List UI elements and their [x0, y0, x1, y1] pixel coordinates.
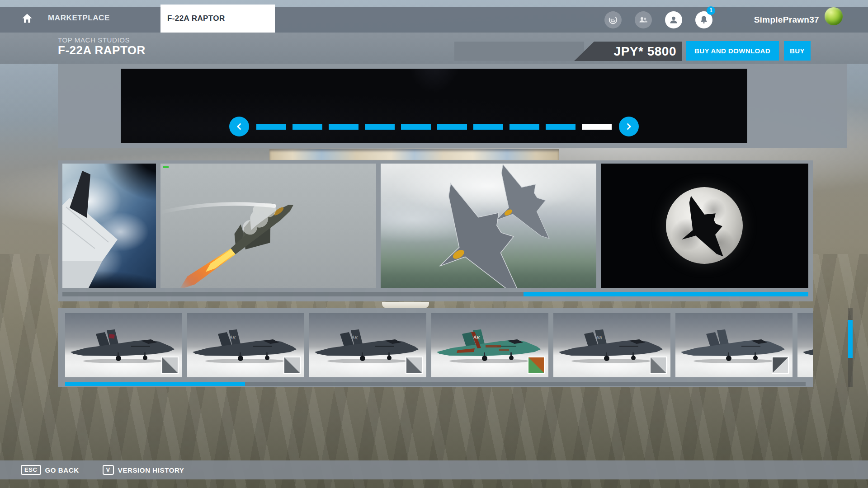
- livery-color-swatch: [528, 357, 545, 374]
- carousel-page-dash-5[interactable]: [401, 124, 431, 130]
- version-history-label: VERSION HISTORY: [118, 466, 184, 474]
- carousel-page-dash-2[interactable]: [292, 124, 322, 130]
- home-tab[interactable]: [21, 12, 33, 25]
- screenshot-gallery-panel: [58, 160, 813, 301]
- carousel-page-dash-6[interactable]: [437, 124, 467, 130]
- carousel-page-dash-4[interactable]: [365, 124, 395, 130]
- livery-strip: WAAKAKAK: [58, 308, 813, 387]
- version-history-action[interactable]: V VERSION HISTORY: [103, 465, 184, 475]
- avatar[interactable]: [825, 7, 843, 25]
- screenshot-afterburner-climb[interactable]: [160, 164, 376, 288]
- livery-thumbnail-3[interactable]: AK: [309, 313, 426, 377]
- notification-badge: 1: [707, 6, 715, 15]
- livery-thumbnail-7[interactable]: [797, 313, 813, 377]
- carousel-page-dash-9[interactable]: [546, 124, 576, 130]
- carousel-controls: [121, 117, 747, 136]
- aircraft-underside-glimpse: [269, 149, 559, 160]
- community-icon[interactable]: [604, 11, 622, 28]
- marketplace-tab-label: MARKETPLACE: [48, 14, 110, 22]
- price-bar: [454, 42, 584, 61]
- livery-thumbnail-2[interactable]: AK: [187, 313, 304, 377]
- livery-color-swatch: [161, 357, 179, 374]
- publisher-label: TOP MACH STUDIOS: [58, 36, 130, 44]
- product-tab-label: F-22A RAPTOR: [167, 5, 275, 33]
- buy-and-download-button[interactable]: BUY AND DOWNLOAD: [686, 41, 779, 61]
- aircraft-engine-glimpse: [382, 302, 429, 308]
- livery-color-swatch: [406, 357, 423, 374]
- svg-text:AK: AK: [351, 334, 359, 340]
- screenshot-moon-silhouette[interactable]: [601, 164, 808, 288]
- carousel-pagination: [256, 124, 612, 130]
- carousel-page-dash-8[interactable]: [509, 124, 539, 130]
- svg-text:WA: WA: [595, 334, 603, 340]
- friends-icon[interactable]: [635, 11, 652, 28]
- username-label: SimplePrawn37: [754, 7, 819, 33]
- bottom-hint-bar: ESC GO BACK V VERSION HISTORY: [0, 460, 868, 479]
- livery-thumbnail-5[interactable]: WA: [553, 313, 670, 377]
- go-back-action[interactable]: ESC GO BACK: [21, 465, 79, 475]
- livery-color-swatch: [650, 357, 667, 374]
- screenshot-gallery-scrollbar[interactable]: [62, 292, 808, 296]
- buy-button[interactable]: BUY: [784, 41, 811, 61]
- hero-carousel-panel: [58, 64, 847, 148]
- livery-thumbnail-1[interactable]: [65, 313, 182, 377]
- esc-key-icon: ESC: [21, 465, 41, 475]
- livery-thumbnail-6[interactable]: [675, 313, 793, 377]
- carousel-prev-button[interactable]: [229, 117, 249, 136]
- screenshot-formation-pair[interactable]: [381, 164, 596, 288]
- home-icon: [21, 19, 33, 26]
- livery-color-swatch: [772, 357, 789, 374]
- carousel-next-button[interactable]: [619, 117, 639, 136]
- page-title: F-22A RAPTOR: [58, 43, 146, 57]
- page-scrollbar[interactable]: [848, 308, 853, 387]
- selected-screenshot-indicator: [163, 166, 169, 168]
- carousel-page-dash-1[interactable]: [256, 124, 286, 130]
- livery-color-swatch: [283, 357, 301, 374]
- svg-text:AK: AK: [473, 334, 481, 340]
- v-key-icon: V: [103, 465, 114, 475]
- hero-carousel-image[interactable]: [121, 69, 747, 143]
- livery-scrollbar-thumb[interactable]: [65, 382, 245, 386]
- product-tab[interactable]: F-22A RAPTOR: [160, 5, 275, 33]
- marketplace-tab[interactable]: MARKETPLACE: [48, 7, 110, 29]
- marketplace-product-page: MARKETPLACE F-22A RAPTOR 1 SimplePrawn37…: [0, 0, 868, 488]
- screenshot-wing-over-earth[interactable]: [62, 164, 156, 288]
- livery-scrollbar[interactable]: [65, 382, 806, 386]
- carousel-page-dash-10[interactable]: [582, 124, 612, 130]
- profile-icon[interactable]: [665, 11, 682, 28]
- top-navbar: [0, 7, 868, 33]
- go-back-label: GO BACK: [45, 466, 79, 474]
- page-scrollbar-thumb[interactable]: [848, 320, 853, 358]
- svg-text:AK: AK: [229, 334, 237, 340]
- screenshot-scrollbar-thumb[interactable]: [524, 292, 808, 296]
- carousel-page-dash-7[interactable]: [473, 124, 503, 130]
- livery-thumbnail-4[interactable]: AK: [431, 313, 548, 377]
- carousel-page-dash-3[interactable]: [329, 124, 359, 130]
